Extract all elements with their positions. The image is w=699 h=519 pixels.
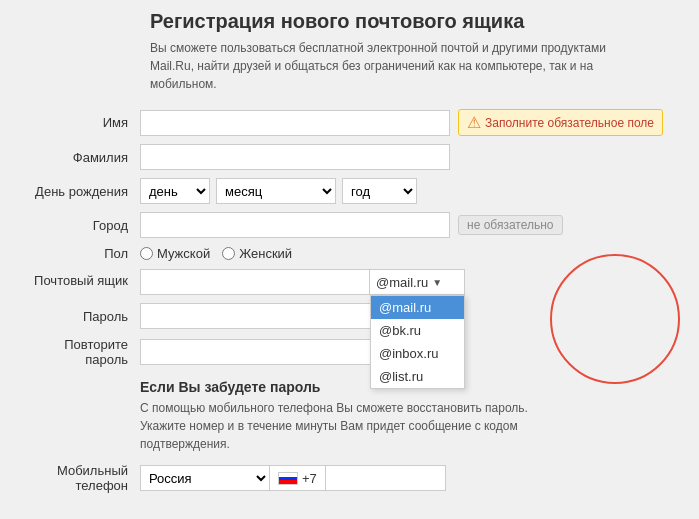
gender-row: Пол Мужской Женский [20,246,679,261]
birthday-month-select[interactable]: месяц [216,178,336,204]
phone-prefix-text: +7 [302,471,317,486]
mailbox-row: Почтовый ящик @mail.ru ▼ @mail.ru @bk.ru… [20,269,679,295]
password-repeat-label: Повторите пароль [20,337,140,367]
domain-dropdown: @mail.ru @bk.ru @inbox.ru @list.ru [370,295,465,389]
optional-label: не обязательно [458,215,563,235]
city-label: Город [20,218,140,233]
required-notice: ⚠ Заполните обязательное поле [458,109,663,136]
gender-female-radio[interactable] [222,247,235,260]
page-subtitle: Вы сможете пользоваться бесплатной элект… [150,39,630,93]
surname-label: Фамилия [20,150,140,165]
domain-option-bkru[interactable]: @bk.ru [371,319,464,342]
selected-domain-text: @mail.ru [376,275,428,290]
domain-select-container: @mail.ru ▼ @mail.ru @bk.ru @inbox.ru @li… [370,269,465,295]
warning-icon: ⚠ [467,113,481,132]
mailbox-label: Почтовый ящик [20,269,140,288]
phone-input[interactable] [326,465,446,491]
birthday-day-select[interactable]: день [140,178,210,204]
name-row: Имя ⚠ Заполните обязательное поле [20,109,679,136]
page-container: Регистрация нового почтового ящика Вы см… [0,0,699,519]
surname-row: Фамилия [20,144,679,170]
page-title: Регистрация нового почтового ящика [150,10,679,33]
mailbox-input[interactable] [140,269,370,295]
birthday-row: День рождения день месяц год [20,178,679,204]
forgot-line1: С помощью мобильного телефона Вы сможете… [140,401,528,415]
gender-male-label: Мужской [157,246,210,261]
domain-option-listru[interactable]: @list.ru [371,365,464,388]
birthday-year-select[interactable]: год [342,178,417,204]
password-row: Пароль [20,303,679,329]
domain-select-button[interactable]: @mail.ru ▼ [370,269,465,295]
phone-label: Мобильный телефон [20,463,140,493]
mailbox-inputs: @mail.ru ▼ @mail.ru @bk.ru @inbox.ru @li… [140,269,465,295]
country-select[interactable]: Россия [140,465,270,491]
name-input[interactable] [140,110,450,136]
city-row: Город не обязательно [20,212,679,238]
required-text: Заполните обязательное поле [485,116,654,130]
gender-female-option[interactable]: Женский [222,246,292,261]
birthday-label: День рождения [20,184,140,199]
surname-input[interactable] [140,144,450,170]
gender-options: Мужской Женский [140,246,292,261]
domain-option-mailru[interactable]: @mail.ru [371,296,464,319]
forgot-text: С помощью мобильного телефона Вы сможете… [140,399,590,453]
gender-male-option[interactable]: Мужской [140,246,210,261]
name-label: Имя [20,115,140,130]
city-input[interactable] [140,212,450,238]
gender-female-label: Женский [239,246,292,261]
forgot-line2: Укажите номер и в течение минуты Вам при… [140,419,518,451]
password-repeat-row: Повторите пароль [20,337,679,367]
russia-flag-icon [278,472,298,485]
password-label: Пароль [20,309,140,324]
gender-label: Пол [20,246,140,261]
domain-option-inboxru[interactable]: @inbox.ru [371,342,464,365]
phone-prefix: +7 [270,465,326,491]
dropdown-arrow-icon: ▼ [432,277,442,288]
forgot-section: Если Вы забудете пароль С помощью мобиль… [140,379,679,453]
gender-male-radio[interactable] [140,247,153,260]
phone-row: Мобильный телефон Россия +7 [20,463,679,493]
